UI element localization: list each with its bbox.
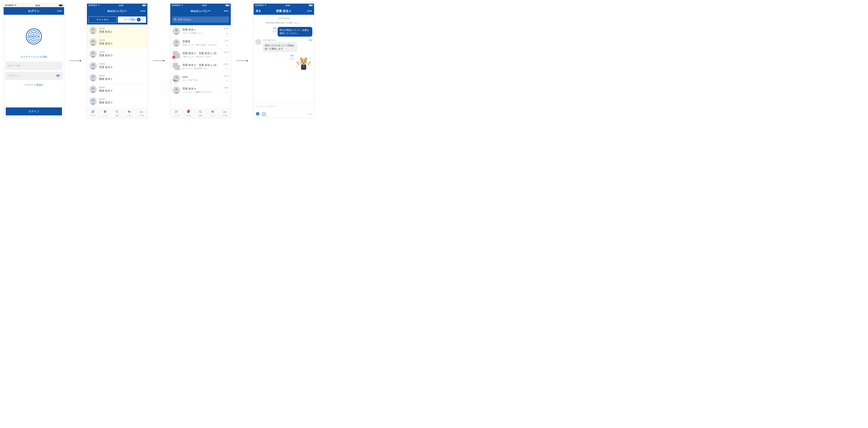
svg-point-46 <box>175 88 178 90</box>
statusbar: 通信事業者 14:03 <box>170 4 231 7</box>
tab-search[interactable]: 検索 <box>194 109 207 118</box>
star-icon[interactable]: ★ <box>226 56 228 59</box>
svg-point-71 <box>297 57 298 58</box>
battery-icon <box>309 4 313 6</box>
back-button[interactable]: 戻る <box>256 9 261 13</box>
member-list[interactable]: 営業部営業 担当１営業部営業 担当２営業部営業 担当３営業部営業 担当４開発部開… <box>87 25 147 109</box>
svg-point-20 <box>92 87 94 90</box>
stamp-image <box>295 56 312 73</box>
login-button[interactable]: ログイン <box>6 108 62 115</box>
member-dept: 開発部 <box>99 74 145 77</box>
tab-other[interactable]: •••その他 <box>219 109 231 118</box>
member-icon <box>91 110 95 114</box>
start-talk-button[interactable]: トーク開始 2 <box>118 17 146 23</box>
svg-point-37 <box>175 19 176 20</box>
svg-marker-52 <box>188 113 189 113</box>
recv-time: 14:25 <box>262 39 267 41</box>
member-item[interactable]: 営業部営業 担当３ <box>87 48 147 60</box>
more-icon[interactable]: ••• <box>141 9 145 13</box>
svg-rect-48 <box>175 112 177 112</box>
avatar <box>89 97 97 105</box>
member-item[interactable]: 営業部営業 担当２ <box>87 36 147 48</box>
member-item[interactable]: 開発部開発 担当２ <box>87 84 147 95</box>
star-icon[interactable]: ★ <box>226 91 228 94</box>
arrow-icon <box>153 59 165 62</box>
clock: 14:03 <box>202 4 207 6</box>
sent-message: 既読 13:39 昨日の商談について、結果を報告してください。 <box>255 27 312 37</box>
star-icon[interactable]: ★ <box>226 44 228 47</box>
avatar <box>89 62 97 69</box>
star-icon[interactable]: ★ <box>226 68 228 70</box>
talk-date: 10/25 <box>223 28 228 30</box>
member-item[interactable]: 営業部営業 担当１ <box>87 25 147 36</box>
tab-talk[interactable]: 2 トーク <box>182 109 195 118</box>
chat-actions: ＋ 送信 <box>254 110 314 118</box>
member-item[interactable]: 開発部開発 担当３ <box>87 95 147 107</box>
svg-point-65 <box>305 61 305 62</box>
more-icon[interactable]: ••• <box>57 9 62 13</box>
tab-member[interactable]: メンバー <box>170 109 182 118</box>
eye-icon[interactable] <box>56 74 60 78</box>
talk-item[interactable]: 営業 担当４こんにちは。ご機嫌いかがですか？10/25★ <box>170 84 231 96</box>
tab-member[interactable]: メンバー <box>87 109 99 118</box>
talk-item[interactable]: 1DSSおお！立派ですね。14:02★ <box>170 72 231 84</box>
member-item[interactable]: 開発部開発 担当１ <box>87 72 147 84</box>
tab-talk[interactable]: トーク <box>99 109 111 118</box>
svg-point-66 <box>303 63 305 64</box>
login-id-input[interactable]: ログインID <box>5 62 62 70</box>
screen-talks: 通信事業者 14:03 dssカンパニー ••• 名前で絞込み 営業 担当１スタ… <box>170 3 231 118</box>
star-icon[interactable]: ★ <box>226 80 228 82</box>
svg-point-14 <box>92 52 94 54</box>
chat-input-placeholder: メッセージを入力 <box>256 105 275 108</box>
cancel-button[interactable]: キャンセル <box>88 17 117 23</box>
avatar <box>173 39 180 47</box>
tab-search[interactable]: 検索 <box>111 109 123 118</box>
more-icon[interactable]: ••• <box>307 9 312 13</box>
tab-label[interactable]: ラベル <box>207 109 219 118</box>
member-item[interactable]: 営業部営業 担当４ <box>87 60 147 72</box>
statusbar: 通信事業者 10:12 <box>4 4 64 7</box>
search-input[interactable]: 名前で絞込み <box>172 17 229 23</box>
avatar <box>89 50 97 58</box>
password-input[interactable]: パスワード <box>5 72 62 80</box>
stamp-message: 既読 14:28 <box>255 55 312 73</box>
talk-item[interactable]: 営業 担当１スタンプを投稿しました10/25★ <box>170 25 231 37</box>
more-icon[interactable]: ••• <box>224 9 229 13</box>
star-icon[interactable]: ★ <box>226 32 228 35</box>
svg-rect-23 <box>92 111 94 111</box>
svg-point-50 <box>177 111 178 111</box>
talk-date: 10/25 <box>223 87 228 89</box>
talk-list[interactable]: 営業 担当１スタンプを投稿しました10/25★営業部承知しました。資料を用意して… <box>170 25 231 109</box>
search-icon <box>199 110 202 114</box>
svg-point-72 <box>310 58 311 59</box>
avatar <box>173 63 180 70</box>
tab-label[interactable]: ラベル <box>123 109 135 118</box>
search-placeholder: 名前で絞込み <box>178 18 191 21</box>
svg-point-75 <box>256 112 259 116</box>
talk-item[interactable]: 1営業 担当４、営業 担当１ (3)了解しました。A社の近くですね。14:03★ <box>170 49 231 61</box>
send-button[interactable]: 送信 <box>307 113 312 116</box>
chat-body[interactable]: 10月25日(木) 営業 部長が営業 担当１ を招待しました。 既読 13:39… <box>254 15 314 102</box>
login-content: DDOCK カスタマーコードを登録 ログインID パスワード パスワード再発行 … <box>4 15 64 118</box>
system-message: 営業 部長が営業 担当１ を招待しました。 <box>255 22 312 24</box>
member-name: 営業 担当１ <box>99 30 145 33</box>
talk-preview: こんにちは。ご機嫌いかがですか？ <box>182 91 228 93</box>
talk-item[interactable]: 営業 担当２、営業 担当１ (3)ありがとう。後日訪問します。10/25★ <box>170 61 231 72</box>
plus-icon[interactable]: ＋ <box>262 112 266 116</box>
nav-title: dssカンパニー <box>107 9 127 13</box>
member-name: 営業 担当３ <box>99 54 145 57</box>
chat-input[interactable]: メッセージを入力 <box>254 102 314 110</box>
member-icon <box>175 110 178 114</box>
sent-meta: 既読 13:39 <box>272 27 277 37</box>
battery-icon <box>142 4 146 6</box>
arrow-icon <box>236 59 248 62</box>
emoji-icon[interactable] <box>256 112 259 117</box>
password-reissue-link[interactable]: パスワード再発行 <box>24 84 43 87</box>
read-label: 既読 <box>273 27 277 29</box>
tab-other[interactable]: •••その他 <box>135 109 147 118</box>
svg-rect-70 <box>307 61 311 66</box>
register-link[interactable]: カスタマーコードを登録 <box>21 55 47 59</box>
talk-name: 営業 担当４、営業 担当１ (3) <box>182 52 228 55</box>
talk-icon <box>103 110 107 114</box>
talk-item[interactable]: 営業部承知しました。資料を用意しておきます。11/2★ <box>170 37 231 49</box>
